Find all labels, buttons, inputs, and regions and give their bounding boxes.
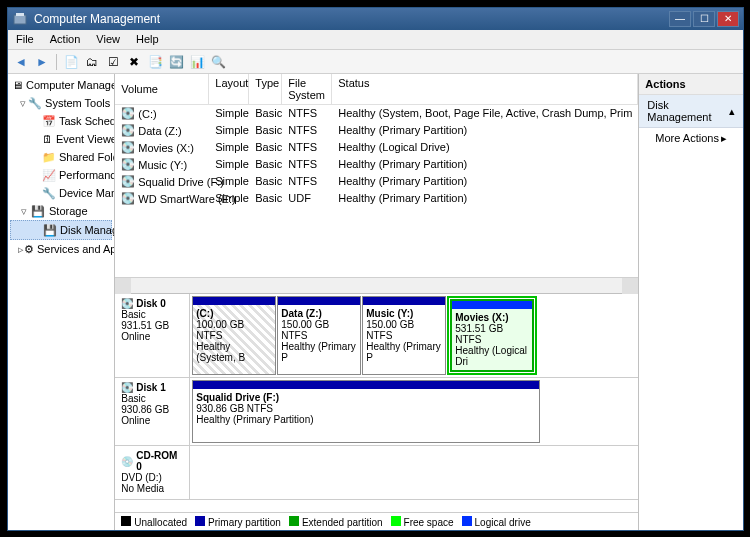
tree-item[interactable]: 💾Disk Management	[10, 220, 112, 240]
menubar: File Action View Help	[8, 30, 743, 50]
action-more[interactable]: More Actions ▸	[639, 128, 743, 149]
main-pane: Volume Layout Type File System Status 💽(…	[115, 74, 639, 530]
chevron-right-icon: ▸	[721, 132, 727, 145]
delete-button[interactable]: ✖	[125, 53, 143, 71]
tree-pane[interactable]: 🖥 Computer Management (Local ▿🔧System To…	[8, 74, 115, 530]
disk-row: 💿CD-ROM 0DVD (D:)No Media	[115, 446, 638, 500]
show-tree-button[interactable]: 🗂	[83, 53, 101, 71]
volume-header-row: Volume Layout Type File System Status	[115, 74, 638, 105]
actions-group[interactable]: Disk Management ▴	[639, 95, 743, 128]
col-type[interactable]: Type	[249, 74, 282, 104]
disk-info[interactable]: 💿CD-ROM 0DVD (D:)No Media	[115, 446, 190, 499]
menu-file[interactable]: File	[8, 30, 42, 49]
disk-icon: 💽	[121, 298, 133, 309]
volume-row[interactable]: 💽WD SmartWare (E:)SimpleBasicUDFHealthy …	[115, 190, 638, 207]
expand-icon[interactable]: ▿	[18, 97, 28, 110]
col-layout[interactable]: Layout	[209, 74, 249, 104]
volume-row[interactable]: 💽(C:)SimpleBasicNTFSHealthy (System, Boo…	[115, 105, 638, 122]
legend-item: Free space	[391, 516, 454, 528]
partition[interactable]: Squalid Drive (F:)930.86 GB NTFSHealthy …	[192, 380, 540, 443]
legend-item: Extended partition	[289, 516, 383, 528]
volume-table: Volume Layout Type File System Status 💽(…	[115, 74, 638, 294]
titlebar[interactable]: Computer Management — ☐ ✕	[8, 8, 743, 30]
volume-row[interactable]: 💽Music (Y:)SimpleBasicNTFSHealthy (Prima…	[115, 156, 638, 173]
close-button[interactable]: ✕	[717, 11, 739, 27]
drive-icon: 💽	[121, 192, 135, 205]
legend-item: Primary partition	[195, 516, 281, 528]
refresh-button[interactable]: 🔄	[167, 53, 185, 71]
drive-icon: 💽	[121, 107, 135, 120]
menu-view[interactable]: View	[88, 30, 128, 49]
back-button[interactable]: ◄	[12, 53, 30, 71]
col-volume[interactable]: Volume	[115, 74, 209, 104]
disk-info[interactable]: 💽Disk 1Basic930.86 GBOnline	[115, 378, 190, 445]
voltable-hscroll[interactable]	[115, 277, 638, 293]
partition[interactable]: Music (Y:)150.00 GB NTFSHealthy (Primary…	[362, 296, 446, 375]
disk-info[interactable]: 💽Disk 0Basic931.51 GBOnline	[115, 294, 190, 377]
col-status[interactable]: Status	[332, 74, 638, 104]
collapse-icon: ▴	[729, 105, 735, 118]
tree-item[interactable]: 🗓Event Viewer	[10, 130, 112, 148]
actions-pane: Actions Disk Management ▴ More Actions ▸	[639, 74, 743, 530]
drive-icon: 💽	[121, 141, 135, 154]
tree-item[interactable]: 🔧Device Manager	[10, 184, 112, 202]
forward-button[interactable]: ►	[33, 53, 51, 71]
expand-icon[interactable]: ▿	[18, 205, 30, 218]
volume-row[interactable]: 💽Data (Z:)SimpleBasicNTFSHealthy (Primar…	[115, 122, 638, 139]
legend-item: Logical drive	[462, 516, 531, 528]
up-button[interactable]: 📄	[62, 53, 80, 71]
partition[interactable]: Movies (X:)531.51 GB NTFSHealthy (Logica…	[450, 299, 534, 372]
menu-action[interactable]: Action	[42, 30, 89, 49]
view-button[interactable]: 🔍	[209, 53, 227, 71]
tree-item[interactable]: 📁Shared Folders	[10, 148, 112, 166]
partition[interactable]: Data (Z:)150.00 GB NTFSHealthy (Primary …	[277, 296, 361, 375]
window-title: Computer Management	[34, 12, 669, 26]
disk-row: 💽Disk 1Basic930.86 GBOnlineSqualid Drive…	[115, 378, 638, 446]
partition[interactable]: (C:)100.00 GB NTFSHealthy (System, B	[192, 296, 276, 375]
volume-row[interactable]: 💽Movies (X:)SimpleBasicNTFSHealthy (Logi…	[115, 139, 638, 156]
svg-rect-0	[14, 15, 26, 24]
disk-row: 💽Disk 0Basic931.51 GBOnline(C:)100.00 GB…	[115, 294, 638, 378]
svg-rect-1	[16, 13, 24, 16]
tree-item[interactable]: 📅Task Scheduler	[10, 112, 112, 130]
help-button[interactable]: 📊	[188, 53, 206, 71]
tree-root[interactable]: 🖥 Computer Management (Local	[10, 76, 112, 94]
tree-item[interactable]: 📈Performance	[10, 166, 112, 184]
tree-group[interactable]: ▹⚙Services and Applications	[10, 240, 112, 258]
actions-header: Actions	[639, 74, 743, 95]
computer-icon: 🖥	[12, 77, 23, 93]
legend-item: Unallocated	[121, 516, 187, 528]
volume-row[interactable]: 💽Squalid Drive (F:)SimpleBasicNTFSHealth…	[115, 173, 638, 190]
drive-icon: 💽	[121, 124, 135, 137]
tool-button[interactable]: 📑	[146, 53, 164, 71]
app-icon	[12, 11, 28, 27]
legend: UnallocatedPrimary partitionExtended par…	[115, 512, 638, 530]
tree-group[interactable]: ▿🔧System Tools	[10, 94, 112, 112]
client-area: 🖥 Computer Management (Local ▿🔧System To…	[8, 74, 743, 530]
disk-map[interactable]: 💽Disk 0Basic931.51 GBOnline(C:)100.00 GB…	[115, 294, 638, 512]
maximize-button[interactable]: ☐	[693, 11, 715, 27]
drive-icon: 💽	[121, 158, 135, 171]
tree-group[interactable]: ▿💾Storage	[10, 202, 112, 220]
col-filesystem[interactable]: File System	[282, 74, 332, 104]
menu-help[interactable]: Help	[128, 30, 167, 49]
disk-icon: 💽	[121, 382, 133, 393]
drive-icon: 💽	[121, 175, 135, 188]
disk-icon: 💿	[121, 456, 133, 467]
properties-button[interactable]: ☑	[104, 53, 122, 71]
app-window: Computer Management — ☐ ✕ File Action Vi…	[7, 7, 744, 531]
minimize-button[interactable]: —	[669, 11, 691, 27]
toolbar: ◄ ► 📄 🗂 ☑ ✖ 📑 🔄 📊 🔍	[8, 50, 743, 74]
